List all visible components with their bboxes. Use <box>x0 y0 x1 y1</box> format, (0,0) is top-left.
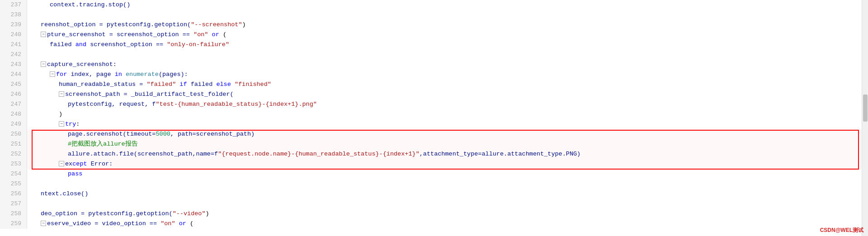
line-number: 239 <box>0 20 27 30</box>
token: "--screenshot" <box>191 21 242 28</box>
table-row: 241failed and screenshot_option == "only… <box>0 40 868 50</box>
token: page.screenshot(timeout= <box>68 131 156 137</box>
table-row: 249−try: <box>0 119 868 129</box>
collapse-icon[interactable]: − <box>59 91 64 97</box>
table-row: 244−for index, page in enumerate(pages): <box>0 70 868 80</box>
line-number: 253 <box>0 159 27 169</box>
line-number: 252 <box>0 149 27 159</box>
token <box>122 71 126 78</box>
line-number: 254 <box>0 169 27 179</box>
line-number: 238 <box>0 10 27 20</box>
token: if <box>179 81 187 88</box>
token <box>208 31 212 38</box>
token: reenshot_option = pytestconfig.getoption… <box>41 21 191 28</box>
token: context.tracing.stop() <box>50 1 130 8</box>
token: ex <box>65 160 72 167</box>
line-number: 248 <box>0 109 27 119</box>
table-row: 254pass <box>0 169 868 179</box>
token <box>175 220 179 227</box>
token: ,attachment_type=allure.attachment_type.… <box>420 151 580 157</box>
line-content: ntext.close() <box>27 189 868 199</box>
collapse-icon[interactable]: − <box>59 121 64 127</box>
token: ) <box>242 21 246 28</box>
token: ( <box>186 220 193 227</box>
scrollbar[interactable] <box>862 0 868 236</box>
token: in <box>115 71 122 78</box>
token: (pages): <box>159 71 188 78</box>
line-number: 257 <box>0 199 27 209</box>
line-number: 243 <box>0 60 27 70</box>
token: capture_screenshot: <box>47 61 117 68</box>
token: "finished" <box>235 81 271 88</box>
table-row: 253−except Error: <box>0 159 868 169</box>
token: "test-{human_readable_status}-{index+1}.… <box>156 101 316 108</box>
token: or <box>179 220 186 227</box>
table-row: 240−pture_screenshot = screenshot_option… <box>0 30 868 40</box>
line-content: #把截图放入allure报告 <box>27 139 868 149</box>
token: "on" <box>160 220 175 227</box>
line-content <box>27 50 868 60</box>
code-lines: 237context.tracing.stop()238239reenshot_… <box>0 0 868 229</box>
line-content: context.tracing.stop() <box>27 0 868 10</box>
line-number: 251 <box>0 139 27 149</box>
token: cept <box>72 160 87 167</box>
token: allure.attach.file(screenshot_path,name=… <box>68 151 218 157</box>
line-content <box>27 10 868 20</box>
table-row: 237context.tracing.stop() <box>0 0 868 10</box>
token: deo_option = pytestconfig.getoption( <box>41 210 173 217</box>
table-row: 259−eserve_video = video_option == "on" … <box>0 219 868 229</box>
token: ntext.close() <box>41 190 88 197</box>
table-row: 248) <box>0 109 868 119</box>
token: or <box>212 31 219 38</box>
code-editor: 237context.tracing.stop()238239reenshot_… <box>0 0 868 236</box>
scrollbar-thumb[interactable] <box>863 94 868 122</box>
table-row: 255 <box>0 179 868 189</box>
line-content: deo_option = pytestconfig.getoption("--v… <box>27 209 868 219</box>
token: failed <box>50 41 75 48</box>
token: pytestconfig, request, f <box>68 101 156 108</box>
table-row: 250page.screenshot(timeout=5000, path=sc… <box>0 129 868 139</box>
token: "only-on-failure" <box>167 41 229 48</box>
token: for <box>56 71 67 78</box>
line-content: −except Error: <box>27 159 868 169</box>
collapse-icon[interactable]: − <box>59 161 64 166</box>
token <box>231 81 235 88</box>
collapse-icon[interactable]: − <box>50 71 55 77</box>
table-row: 251#把截图放入allure报告 <box>0 139 868 149</box>
line-content: pass <box>27 169 868 179</box>
line-number: 244 <box>0 70 27 80</box>
token: "--video" <box>173 210 206 217</box>
token: else <box>216 81 231 88</box>
line-content: −try: <box>27 119 868 129</box>
table-row: 247pytestconfig, request, f"test-{human_… <box>0 99 868 109</box>
table-row: 257 <box>0 199 868 209</box>
collapse-icon[interactable]: − <box>41 221 46 226</box>
collapse-icon[interactable]: − <box>41 61 46 67</box>
token: ( <box>219 31 226 38</box>
line-content: −for index, page in enumerate(pages): <box>27 70 868 80</box>
token: ) <box>59 111 62 118</box>
token: ) <box>206 210 209 217</box>
token: screenshot_option == <box>86 41 167 48</box>
token: pture_screenshot = screenshot_option == <box>47 31 193 38</box>
token: "failed" <box>146 81 176 88</box>
line-content: ) <box>27 109 868 119</box>
line-number: 245 <box>0 80 27 90</box>
token: pass <box>68 170 82 177</box>
line-number: 258 <box>0 209 27 219</box>
line-number: 255 <box>0 179 27 189</box>
line-number: 242 <box>0 50 27 60</box>
line-content: failed and screenshot_option == "only-on… <box>27 40 868 50</box>
table-row: 243−capture_screenshot: <box>0 60 868 70</box>
line-number: 256 <box>0 189 27 199</box>
token: failed <box>187 81 217 88</box>
line-content: −pture_screenshot = screenshot_option ==… <box>27 30 868 40</box>
table-row: 256ntext.close() <box>0 189 868 199</box>
collapse-icon[interactable]: − <box>41 32 46 37</box>
table-row: 245human_readable_status = "failed" if f… <box>0 80 868 90</box>
line-content: page.screenshot(timeout=5000, path=scree… <box>27 129 868 139</box>
token: human_readable_status = <box>59 81 146 88</box>
table-row: 246−screenshot_path = _build_artifact_te… <box>0 90 868 99</box>
table-row: 258deo_option = pytestconfig.getoption("… <box>0 209 868 219</box>
line-number: 241 <box>0 40 27 50</box>
